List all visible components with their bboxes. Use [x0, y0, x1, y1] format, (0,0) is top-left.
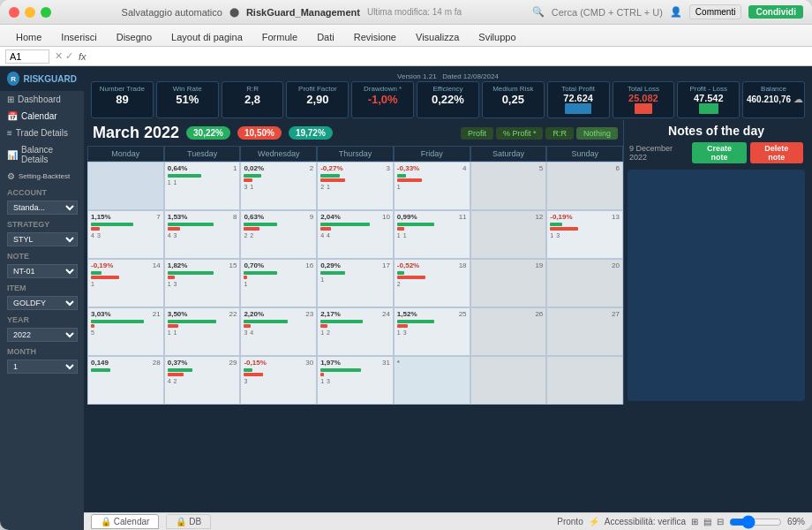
- cell-day-num: 25: [459, 310, 467, 318]
- table-row[interactable]: 4 -0,33% 1: [394, 162, 470, 210]
- stat-label: Profit Factor: [291, 85, 343, 93]
- loss-bar: [397, 227, 404, 231]
- tab-inserisci[interactable]: Inserisci: [52, 28, 105, 46]
- sidebar-item-settings[interactable]: ⚙ Setting-Backtest: [0, 168, 84, 185]
- table-row[interactable]: 17 0,29% 1: [317, 259, 394, 307]
- table-row: 27: [546, 307, 623, 356]
- share-icon: 👤: [670, 6, 682, 18]
- tab-home[interactable]: Home: [7, 28, 50, 46]
- bar-container: [244, 271, 313, 279]
- create-note-button[interactable]: Create note: [692, 142, 746, 163]
- stat-value: 25.082: [618, 93, 670, 103]
- toggle-icon[interactable]: ⬤: [229, 7, 239, 17]
- sidebar-item-balance-details[interactable]: 📊 Balance Details: [0, 141, 84, 168]
- comments-button[interactable]: Commenti: [689, 4, 742, 19]
- cell-pct: 0,99%: [397, 213, 467, 221]
- sidebar-item-trade-details[interactable]: ≡ Trade Details: [0, 125, 84, 141]
- cell-pct: 1,52%: [397, 310, 467, 318]
- table-row[interactable]: 11 0,99% 11: [394, 210, 470, 259]
- cell-reference-input[interactable]: [5, 49, 49, 64]
- table-row[interactable]: 21 3,03% 5: [87, 307, 164, 356]
- list-view-icon[interactable]: ▤: [703, 517, 711, 526]
- ribbon: Home Inserisci Disegno Layout di pagina …: [0, 25, 812, 47]
- table-row[interactable]: 9 0,63% 22: [240, 210, 317, 259]
- month-select[interactable]: 1 2 3 4 5: [7, 360, 78, 374]
- fx-label: fx: [79, 51, 86, 62]
- table-row[interactable]: 24 2,17% 12: [317, 307, 394, 356]
- cell-day-num: 27: [612, 310, 620, 318]
- table-row[interactable]: 10 2,04% 44: [317, 210, 394, 259]
- trade-counts: 11: [168, 329, 237, 336]
- bar-container: [168, 368, 237, 376]
- profit-bar: [397, 271, 404, 275]
- table-row[interactable]: 1 0,64% 11: [164, 162, 241, 210]
- cal-tab-profit[interactable]: Profit: [461, 127, 493, 140]
- loss-bar: [244, 178, 252, 182]
- cell-day-num: 22: [229, 310, 237, 318]
- tab-disegno[interactable]: Disegno: [108, 28, 161, 46]
- tab-visualizza[interactable]: Visualizza: [407, 28, 468, 46]
- table-row[interactable]: 29 0,37% 42: [164, 356, 241, 405]
- cal-tabs: Profit % Profit * R:R Nothing: [461, 127, 618, 140]
- zoom-slider[interactable]: [729, 515, 782, 529]
- cal-tab-rr[interactable]: R:R: [545, 127, 574, 140]
- sheet-tab-calendar[interactable]: 🔒 Calendar: [91, 514, 159, 529]
- cell-day-num: 12: [535, 213, 543, 221]
- strategy-select[interactable]: STYL STRS NY/AB: [7, 232, 78, 246]
- table-row[interactable]: 3 -0,27% 21: [317, 162, 394, 210]
- table-row[interactable]: 28 0,149: [87, 356, 164, 405]
- search-icon[interactable]: 🔍: [532, 6, 545, 18]
- sidebar-item-dashboard[interactable]: ⊞ Dashboard: [0, 91, 84, 108]
- item-select[interactable]: GOLDFY EUR/USD EUR/NP GBP/UP USD/SD GBPN…: [7, 296, 78, 310]
- note-select[interactable]: NT-01 NT-02 NT-08: [7, 264, 78, 278]
- account-select[interactable]: Standa... 222460 tes4531 r354513: [7, 201, 78, 215]
- table-row[interactable]: *: [394, 356, 470, 405]
- table-row[interactable]: 18 -0,52% 2: [394, 259, 470, 307]
- stat-value: -1,0%: [357, 93, 409, 106]
- tab-revisione[interactable]: Revisione: [345, 28, 405, 46]
- stat-label: Win Rate: [162, 85, 214, 93]
- trade-counts: 13: [397, 329, 467, 336]
- cell-day-num: 5: [539, 164, 543, 172]
- tab-sviluppo[interactable]: Sviluppo: [470, 28, 524, 46]
- logo-icon: R: [7, 72, 19, 86]
- year-select[interactable]: 2022: [7, 328, 78, 342]
- zoom-level: 69%: [787, 517, 805, 526]
- table-row[interactable]: 14 -0,19% 1: [87, 259, 164, 307]
- cal-tab-nothing[interactable]: Nothing: [576, 127, 618, 140]
- cal-tab-pct[interactable]: % Profit *: [496, 127, 544, 140]
- sheet-tab-db[interactable]: 🔒 DB: [166, 514, 211, 529]
- tab-dati[interactable]: Dati: [308, 28, 343, 46]
- trade-counts: 11: [168, 179, 237, 186]
- stat-label: Drawdown *: [357, 85, 409, 93]
- table-row[interactable]: 2 0,02% 31: [240, 162, 317, 210]
- table-row[interactable]: 31 1,97% 13: [317, 356, 394, 405]
- table-row[interactable]: 25 1,52% 13: [394, 307, 470, 356]
- table-row[interactable]: 22 3,50% 11: [164, 307, 241, 356]
- formula-input[interactable]: [92, 51, 807, 62]
- cell-pct: 2,20%: [244, 310, 313, 318]
- table-row[interactable]: 8 1,53% 43: [164, 210, 241, 259]
- split-view-icon[interactable]: ⊟: [717, 517, 724, 526]
- table-row[interactable]: [87, 162, 164, 210]
- tab-formule[interactable]: Formule: [253, 28, 306, 46]
- delete-note-button[interactable]: Delete note: [750, 142, 803, 163]
- sidebar-item-calendar[interactable]: 📅 Calendar: [0, 108, 84, 125]
- table-row[interactable]: 23 2,20% 34: [240, 307, 317, 356]
- loss-bar: [168, 324, 178, 328]
- search-label[interactable]: Cerca (CMD + CTRL + U): [552, 7, 663, 18]
- table-row[interactable]: 7 1,15% 43: [87, 210, 164, 259]
- grid-view-icon[interactable]: ⊞: [691, 517, 698, 526]
- loss-bar: [91, 276, 119, 279]
- month-section-label: MONTH: [0, 344, 84, 358]
- cell-pct: 0,64%: [168, 164, 237, 172]
- table-row[interactable]: 30 -0,15% 3: [240, 356, 317, 405]
- table-row[interactable]: 16 0,70% 1: [240, 259, 317, 307]
- table-row[interactable]: 15 1,82% 13: [164, 259, 241, 307]
- table-row[interactable]: 13 -0,19% 13: [546, 210, 623, 259]
- minimize-button[interactable]: [25, 7, 35, 18]
- close-button[interactable]: [9, 7, 19, 18]
- tab-layout[interactable]: Layout di pagina: [162, 28, 252, 46]
- share-button[interactable]: Condividi: [748, 5, 803, 19]
- maximize-button[interactable]: [41, 7, 51, 18]
